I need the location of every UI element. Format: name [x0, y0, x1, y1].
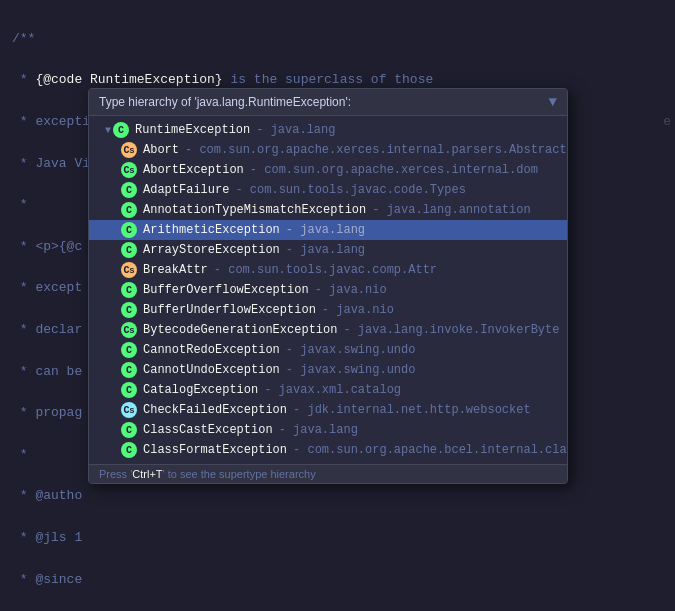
item-name: CatalogException: [143, 383, 258, 397]
list-item[interactable]: CS BytecodeGenerationException - java.la…: [89, 320, 567, 340]
class-icon: C: [121, 442, 137, 458]
class-icon: CS: [121, 142, 137, 158]
hierarchy-list[interactable]: ▼ C RuntimeException - java.lang CS Abor…: [89, 116, 567, 464]
item-package: - java.lang: [279, 423, 358, 437]
class-icon: C: [121, 282, 137, 298]
code-editor: /** * {@code RuntimeException} is the su…: [0, 0, 675, 611]
class-icon: C: [121, 362, 137, 378]
item-name: BreakAttr: [143, 263, 208, 277]
item-package: - com.sun.tools.javac.code.Types: [235, 183, 465, 197]
list-item-selected[interactable]: C ArithmeticException - java.lang: [89, 220, 567, 240]
item-package: - java.lang: [256, 123, 335, 137]
list-item[interactable]: CS BreakAttr - com.sun.tools.javac.comp.…: [89, 260, 567, 280]
code-line-1: /**: [12, 29, 663, 50]
popup-title: Type hierarchy of 'java.lang.RuntimeExce…: [99, 95, 351, 109]
list-item[interactable]: CS CheckFailedException - jdk.internal.n…: [89, 400, 567, 420]
type-hierarchy-popup: Type hierarchy of 'java.lang.RuntimeExce…: [88, 88, 568, 484]
class-icon: C: [113, 122, 129, 138]
item-name: BytecodeGenerationException: [143, 323, 337, 337]
item-package: - java.lang: [286, 223, 365, 237]
popup-collapse-button[interactable]: ▼: [549, 94, 557, 110]
list-item[interactable]: C AnnotationTypeMismatchException - java…: [89, 200, 567, 220]
item-name: CannotUndoException: [143, 363, 280, 377]
class-icon: CS: [121, 322, 137, 338]
item-package: - com.sun.org.apache.bcel.internal.clas: [293, 443, 567, 457]
class-icon: C: [121, 382, 137, 398]
item-name: ArithmeticException: [143, 223, 280, 237]
class-icon: C: [121, 182, 137, 198]
popup-header: Type hierarchy of 'java.lang.RuntimeExce…: [89, 89, 567, 116]
item-package: - com.sun.tools.javac.comp.Attr: [214, 263, 437, 277]
list-item[interactable]: CS AbortException - com.sun.org.apache.x…: [89, 160, 567, 180]
list-item[interactable]: CS Abort - com.sun.org.apache.xerces.int…: [89, 140, 567, 160]
expand-icon: ▼: [105, 125, 111, 136]
item-name: AdaptFailure: [143, 183, 229, 197]
list-item[interactable]: C CannotRedoException - javax.swing.undo: [89, 340, 567, 360]
item-name: AbortException: [143, 163, 244, 177]
item-name: RuntimeException: [135, 123, 250, 137]
item-package: - com.sun.org.apache.xerces.internal.dom: [250, 163, 538, 177]
class-icon: CS: [121, 402, 137, 418]
class-icon: C: [121, 422, 137, 438]
item-name: BufferUnderflowException: [143, 303, 316, 317]
item-package: - javax.xml.catalog: [264, 383, 401, 397]
list-item[interactable]: C AdaptFailure - com.sun.tools.javac.cod…: [89, 180, 567, 200]
class-icon: C: [121, 242, 137, 258]
item-package: - com.sun.org.apache.xerces.internal.par…: [185, 143, 567, 157]
list-item[interactable]: C ArrayStoreException - java.lang: [89, 240, 567, 260]
code-line-12: * @autho: [12, 486, 663, 507]
item-name: ClassCastException: [143, 423, 273, 437]
list-item[interactable]: C BufferUnderflowException - java.nio: [89, 300, 567, 320]
code-line-13: * @jls 1: [12, 528, 663, 549]
item-name: AnnotationTypeMismatchException: [143, 203, 366, 217]
item-package: - jdk.internal.net.http.websocket: [293, 403, 531, 417]
item-name: CheckFailedException: [143, 403, 287, 417]
list-item[interactable]: ▼ C RuntimeException - java.lang: [89, 120, 567, 140]
list-item[interactable]: C CatalogException - javax.xml.catalog: [89, 380, 567, 400]
class-icon: C: [121, 202, 137, 218]
code-line-14: * @since: [12, 570, 663, 591]
list-item[interactable]: C BufferOverflowException - java.nio: [89, 280, 567, 300]
item-name: CannotRedoException: [143, 343, 280, 357]
list-item[interactable]: C ClassCastException - java.lang: [89, 420, 567, 440]
item-name: Abort: [143, 143, 179, 157]
item-package: - java.lang.annotation: [372, 203, 530, 217]
class-icon: C: [121, 302, 137, 318]
class-icon: CS: [121, 262, 137, 278]
item-package: - java.nio: [322, 303, 394, 317]
class-icon: C: [121, 222, 137, 238]
list-item[interactable]: C ClassFormatException - com.sun.org.apa…: [89, 440, 567, 460]
key-hint: Ctrl+T: [132, 468, 162, 480]
item-package: - java.lang.invoke.InvokerByte: [343, 323, 559, 337]
item-package: - java.lang: [286, 243, 365, 257]
item-package: - java.nio: [315, 283, 387, 297]
item-name: ArrayStoreException: [143, 243, 280, 257]
item-package: - javax.swing.undo: [286, 363, 416, 377]
list-item[interactable]: C CannotUndoException - javax.swing.undo: [89, 360, 567, 380]
class-icon: C: [121, 342, 137, 358]
item-name: ClassFormatException: [143, 443, 287, 457]
item-name: BufferOverflowException: [143, 283, 309, 297]
class-icon: CS: [121, 162, 137, 178]
popup-footer: Press 'Ctrl+T' to see the supertype hier…: [89, 464, 567, 483]
item-package: - javax.swing.undo: [286, 343, 416, 357]
